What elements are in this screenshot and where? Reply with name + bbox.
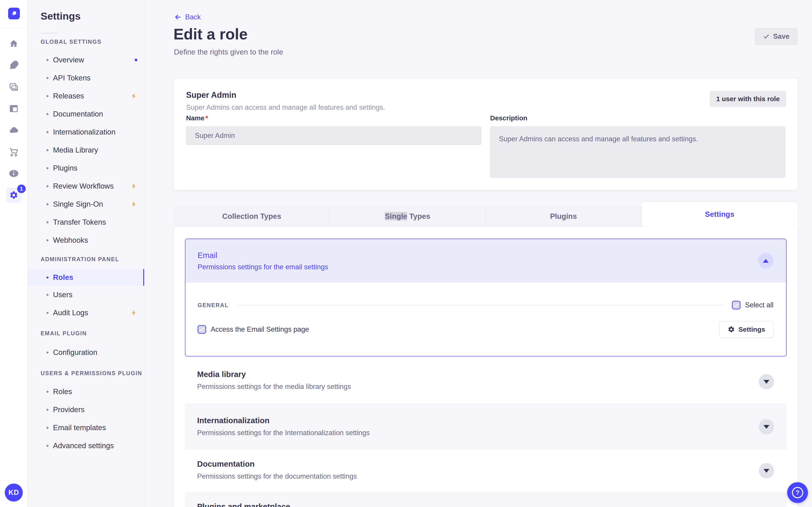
media-library-icon[interactable] — [3, 76, 24, 98]
name-input[interactable] — [186, 126, 481, 145]
bullet-icon — [46, 294, 49, 296]
tab-plugins[interactable]: Plugins — [486, 206, 642, 227]
email-accordion-subtitle: Permissions settings for the email setti… — [198, 263, 328, 271]
sidebar-item-label: Roles — [53, 273, 73, 282]
bullet-icon — [46, 427, 49, 429]
description-field-label: Description — [490, 114, 527, 122]
sidebar-item-review-workflows[interactable]: Review Workflows — [28, 177, 144, 195]
expand-button[interactable] — [759, 463, 774, 478]
cloud-icon[interactable] — [3, 119, 24, 141]
sidebar-item-email-templates[interactable]: Email templates — [28, 419, 144, 437]
bullet-icon — [46, 167, 49, 169]
description-textarea[interactable]: Super Admins can access and manage all f… — [490, 126, 785, 178]
bullet-icon — [46, 113, 49, 115]
general-section-label: GENERAL — [198, 302, 229, 308]
sidebar-item-label: Single Sign-On — [53, 200, 103, 209]
sidebar-item-audit-logs[interactable]: Audit Logs — [28, 304, 144, 322]
users-with-role-button[interactable]: 1 user with this role — [710, 91, 786, 107]
sidebar-item-label: Configuration — [53, 348, 97, 357]
tab-settings-active[interactable]: Settings — [642, 202, 798, 227]
sidebar-item-single-sign-on[interactable]: Single Sign-On — [28, 195, 144, 213]
lightning-icon — [131, 201, 137, 208]
section-label-administration-panel: ADMINISTRATION PANEL — [28, 256, 144, 263]
sidebar-item-users[interactable]: Users — [28, 286, 144, 304]
bullet-icon — [46, 312, 49, 314]
back-link[interactable]: Back — [174, 13, 201, 21]
bullet-icon — [46, 59, 49, 61]
expand-button[interactable] — [759, 419, 774, 435]
select-all-checkbox[interactable] — [732, 301, 741, 309]
lightning-icon — [131, 183, 137, 189]
accordion-internationalization[interactable]: Internationalization Permissions setting… — [185, 403, 786, 450]
sidebar-item-label: Advanced settings — [53, 441, 114, 450]
content-builder-feather-icon[interactable] — [3, 55, 24, 76]
bullet-icon — [46, 351, 49, 353]
sidebar-item-media-library[interactable]: Media Library — [28, 141, 144, 159]
notification-dot-icon — [135, 59, 137, 61]
sidebar-item-transfer-tokens[interactable]: Transfer Tokens — [28, 213, 144, 231]
save-label: Save — [773, 33, 790, 41]
accordion-subtitle: Permissions settings for the documentati… — [197, 472, 786, 481]
sidebar-item-configuration[interactable]: Configuration — [28, 343, 144, 361]
sidebar-item-label: Overview — [53, 56, 84, 64]
chevron-down-icon — [763, 469, 769, 473]
accordion-title: Plugins and marketplace — [197, 502, 786, 507]
settings-active-indicator: 1 — [6, 188, 21, 203]
layout-icon[interactable] — [3, 98, 24, 119]
sidebar-item-label: Internationalization — [53, 128, 115, 136]
settings-gear-icon[interactable]: 1 — [3, 184, 24, 206]
sidebar-item-webhooks[interactable]: Webhooks — [28, 231, 144, 249]
bullet-icon — [46, 239, 49, 241]
sidebar-item-releases[interactable]: Releases — [28, 87, 144, 105]
email-settings-button[interactable]: Settings — [719, 321, 773, 338]
sidebar-item-advanced-settings[interactable]: Advanced settings — [28, 437, 144, 455]
sidebar-item-label: Releases — [53, 92, 84, 100]
sidebar-item-overview[interactable]: Overview — [28, 51, 144, 69]
save-button[interactable]: Save — [755, 28, 798, 45]
marketplace-cart-icon[interactable] — [3, 141, 24, 163]
bullet-icon — [46, 445, 49, 447]
role-summary: Super Admins can access and manage all f… — [186, 103, 385, 112]
sidebar-item-up-roles[interactable]: Roles — [28, 383, 144, 401]
tab-selected-text: Single — [385, 212, 407, 220]
sidebar-item-roles-active[interactable]: Roles — [28, 269, 144, 286]
accordion-subtitle: Permissions settings for the Internation… — [197, 429, 786, 437]
tab-collection-types[interactable]: Collection Types — [174, 206, 330, 227]
bullet-icon — [46, 409, 49, 411]
email-accordion-title: Email — [198, 251, 217, 260]
lightning-icon — [131, 93, 137, 99]
bullet-icon — [46, 391, 49, 393]
sidebar-item-internationalization[interactable]: Internationalization — [28, 123, 144, 141]
role-name-title: Super Admin — [186, 90, 236, 100]
expand-button[interactable] — [759, 374, 774, 389]
tab-label: Settings — [705, 210, 734, 219]
collapse-button[interactable] — [758, 253, 773, 268]
email-settings-access-checkbox[interactable] — [198, 325, 206, 334]
sidebar-item-providers[interactable]: Providers — [28, 401, 144, 419]
info-icon[interactable] — [3, 163, 24, 184]
email-accordion-header[interactable]: Email Permissions settings for the email… — [186, 239, 786, 283]
sidebar-item-label: Roles — [53, 387, 72, 396]
user-avatar[interactable]: KD — [5, 484, 23, 502]
sidebar-item-api-tokens[interactable]: API Tokens — [28, 69, 144, 87]
tab-single-types[interactable]: Single Types — [330, 206, 486, 227]
help-button[interactable]: ? — [787, 482, 808, 503]
section-label-global-settings: GLOBAL SETTINGS — [28, 38, 144, 45]
strapi-logo[interactable] — [8, 8, 20, 19]
accordion-plugins-and-marketplace[interactable]: Plugins and marketplace — [185, 492, 786, 507]
tab-label: Collection Types — [222, 212, 281, 220]
accordion-title: Documentation — [197, 459, 786, 468]
sidebar-item-label: Documentation — [53, 110, 103, 118]
home-icon[interactable] — [3, 33, 24, 55]
role-details-card: Super Admin Super Admins can access and … — [174, 79, 798, 190]
back-label: Back — [185, 13, 201, 21]
sidebar-item-documentation[interactable]: Documentation — [28, 105, 144, 123]
bullet-icon — [46, 95, 49, 97]
sidebar-item-label: Email templates — [53, 424, 106, 432]
permissions-tabbar: Collection Types Single Types Plugins Se… — [174, 206, 798, 227]
accordion-media-library[interactable]: Media library Permissions settings for t… — [185, 360, 786, 403]
strapi-logo-glyph — [10, 10, 18, 17]
sidebar-item-plugins[interactable]: Plugins — [28, 159, 144, 177]
page-subtitle: Define the rights given to the role — [174, 48, 283, 56]
accordion-documentation[interactable]: Documentation Permissions settings for t… — [185, 450, 786, 492]
